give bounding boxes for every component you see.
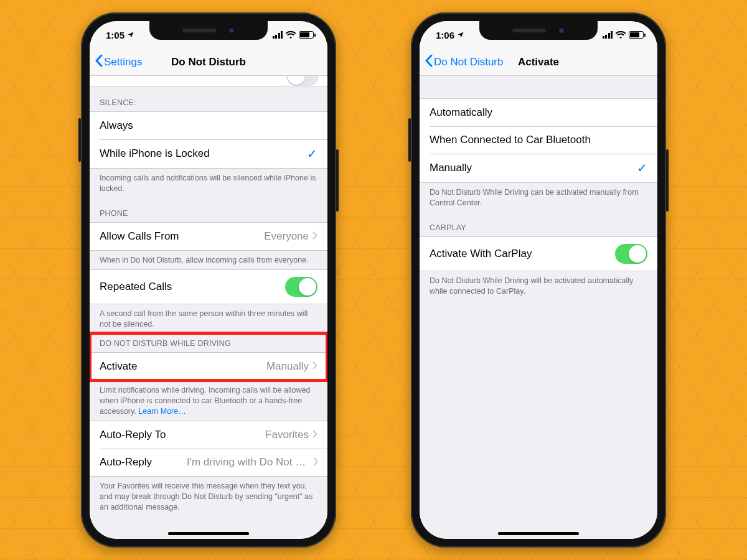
label: Manually [430, 162, 472, 174]
battery-icon [629, 31, 644, 39]
label: Activate [100, 360, 137, 373]
toggle-switch[interactable] [615, 244, 647, 264]
label: Allow Calls From [100, 230, 179, 243]
label: Auto-Reply [100, 456, 152, 469]
row-repeated-calls[interactable]: Repeated Calls [90, 270, 327, 304]
highlight-activate: DO NOT DISTURB WHILE DRIVING Activate Ma… [90, 333, 327, 381]
chevron-left-icon [95, 54, 103, 70]
chevron-right-icon [314, 456, 317, 469]
nav-bar: Do Not Disturb Activate [420, 49, 657, 76]
row-option-auto[interactable]: Automatically [420, 99, 657, 126]
learn-more-link[interactable]: Learn More… [138, 407, 186, 416]
label: Repeated Calls [100, 281, 172, 293]
row-silence-always[interactable]: Always [90, 112, 327, 139]
row-allow-calls[interactable]: Allow Calls From Everyone [90, 223, 327, 250]
nav-bar: Settings Do Not Disturb [90, 49, 327, 76]
status-time: 1:06 [436, 30, 454, 40]
row-carplay[interactable]: Activate With CarPlay [420, 237, 657, 271]
label: When Connected to Car Bluetooth [430, 134, 591, 146]
location-icon [457, 30, 464, 40]
phone-left: 1:05 Settings Do Not Disturb [81, 12, 336, 548]
checkmark-icon: ✓ [637, 161, 647, 175]
section-footer-driving: Limit notifications while driving. Incom… [90, 381, 327, 421]
phone-right: 1:06 Do Not Disturb Activate [411, 12, 666, 548]
home-indicator [168, 532, 249, 535]
wifi-icon [286, 31, 296, 39]
checkmark-icon: ✓ [307, 146, 317, 161]
section-header-phone: PHONE [90, 198, 327, 222]
section-header-driving: DO NOT DISTURB WHILE DRIVING [90, 333, 327, 352]
row-silence-locked[interactable]: While iPhone is Locked ✓ [90, 139, 327, 168]
back-button[interactable]: Do Not Disturb [420, 54, 503, 70]
label: Auto-Reply To [100, 429, 166, 441]
cellular-icon [273, 31, 283, 39]
row-option-bluetooth[interactable]: When Connected to Car Bluetooth [420, 126, 657, 154]
label: Always [100, 119, 133, 132]
label: Automatically [430, 106, 492, 119]
section-footer-repeated: A second call from the same person withi… [90, 304, 327, 334]
label: Activate With CarPlay [430, 248, 532, 260]
back-label: Settings [104, 56, 142, 68]
section-footer-carplay: Do Not Disturb While Driving will be act… [420, 271, 657, 301]
section-header-silence: SILENCE: [90, 87, 327, 111]
section-header-carplay: CARPLAY [420, 212, 657, 236]
cellular-icon [603, 31, 613, 39]
toggle-switch[interactable] [285, 277, 317, 297]
back-button[interactable]: Settings [90, 54, 142, 70]
wifi-icon [616, 31, 626, 39]
section-footer-allow: When in Do Not Disturb, allow incoming c… [90, 251, 327, 269]
row-autoreply-to[interactable]: Auto-Reply To Favorites [90, 421, 327, 449]
status-time: 1:05 [106, 30, 125, 40]
chevron-right-icon [312, 429, 317, 441]
home-indicator [498, 532, 579, 535]
location-icon [127, 30, 134, 40]
value: Manually [266, 360, 309, 373]
toggle-off-icon[interactable] [286, 76, 319, 86]
section-footer-autoreply: Your Favorites will receive this message… [90, 477, 327, 516]
value: Everyone [264, 230, 309, 243]
battery-icon [299, 31, 314, 39]
row-option-manual[interactable]: Manually ✓ [420, 154, 657, 182]
notch [149, 21, 268, 40]
chevron-right-icon [312, 230, 317, 243]
section-footer-options: Do Not Disturb While Driving can be acti… [420, 183, 657, 212]
chevron-right-icon [312, 360, 317, 373]
row-activate[interactable]: Activate Manually [90, 353, 327, 380]
row-autoreply[interactable]: Auto-Reply I'm driving with Do Not Distu… [90, 449, 327, 476]
value: Favorites [265, 429, 309, 441]
label: While iPhone is Locked [100, 147, 210, 160]
section-footer-silence: Incoming calls and notifications will be… [90, 169, 327, 198]
chevron-left-icon [425, 54, 433, 70]
value: I'm driving with Do Not Disturb… [187, 456, 310, 469]
back-label: Do Not Disturb [434, 56, 503, 68]
row-scheduled-partial[interactable] [90, 76, 327, 87]
notch [479, 21, 598, 40]
